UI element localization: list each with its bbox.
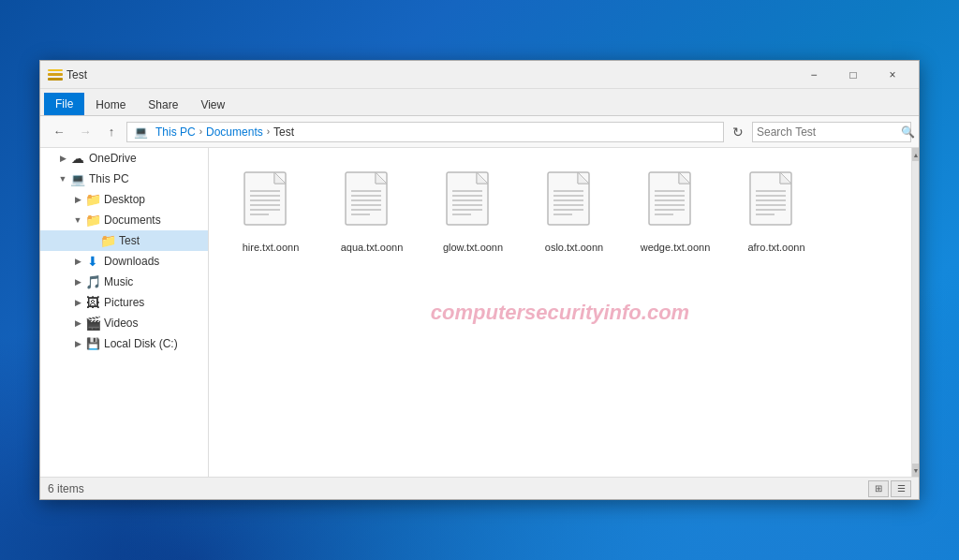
file-icon [645, 170, 705, 238]
file-area: computersecurityinfo.com [209, 148, 911, 477]
file-name: oslo.txt.oonn [545, 242, 603, 253]
sidebar-label-desktop: Desktop [104, 193, 145, 206]
file-grid: hire.txt.oonn aqua.txt.oo [209, 148, 911, 477]
localdisk-icon: 💾 [85, 336, 100, 351]
ribbon-tabs: File Home Share View [40, 89, 919, 115]
sidebar-item-thispc[interactable]: ▼ 💻 This PC [40, 169, 208, 189]
forward-button[interactable]: → [74, 121, 96, 143]
sidebar-label-music: Music [104, 275, 133, 288]
thispc-icon: 💻 [70, 171, 85, 186]
window-controls: − □ × [795, 63, 911, 87]
tab-file[interactable]: File [44, 93, 84, 115]
sidebar-label-test: Test [119, 234, 140, 247]
videos-icon: 🎬 [85, 316, 100, 331]
breadcrumb-sep-2: › [267, 126, 270, 137]
desktop-icon: 📁 [85, 192, 100, 207]
sidebar-item-videos[interactable]: ▶ 🎬 Videos [40, 313, 208, 333]
file-icon [544, 170, 604, 238]
file-icon [342, 170, 402, 238]
sidebar-item-onedrive[interactable]: ▶ ☁ OneDrive [40, 148, 208, 169]
breadcrumb-sep-1: › [199, 126, 202, 137]
expand-arrow-localdisk: ▶ [70, 336, 85, 351]
file-icon [241, 170, 301, 238]
expand-arrow-desktop: ▶ [70, 192, 85, 207]
title-bar: Test − □ × [40, 61, 919, 89]
sidebar-item-pictures[interactable]: ▶ 🖼 Pictures [40, 292, 208, 313]
expand-arrow-pictures: ▶ [70, 295, 85, 310]
expand-arrow-thispc: ▼ [55, 171, 70, 186]
file-name: aqua.txt.oonn [341, 242, 404, 253]
sidebar-label-localdisk: Local Disk (C:) [104, 337, 178, 350]
window-icon [48, 69, 63, 81]
file-item[interactable]: glow.txt.oonn [426, 163, 520, 260]
breadcrumb-bar[interactable]: 💻 This PC › Documents › Test [126, 122, 724, 142]
downloads-icon: ⬇ [85, 254, 100, 269]
documents-icon: 📁 [85, 213, 100, 228]
file-name: hire.txt.oonn [243, 242, 300, 253]
file-name: glow.txt.oonn [443, 242, 503, 253]
tab-home[interactable]: Home [84, 95, 137, 115]
file-item[interactable]: afro.txt.oonn [730, 163, 823, 260]
music-icon: 🎵 [85, 274, 100, 289]
window-title: Test [66, 68, 795, 81]
file-item[interactable]: wedge.txt.oonn [628, 163, 722, 260]
sidebar-item-downloads[interactable]: ▶ ⬇ Downloads [40, 251, 208, 272]
maximize-button[interactable]: □ [834, 63, 872, 87]
sidebar-scrollbar[interactable]: ▲ ▼ [911, 148, 919, 477]
ribbon: File Home Share View [40, 89, 919, 116]
pictures-icon: 🖼 [85, 295, 100, 310]
tab-view[interactable]: View [189, 95, 236, 115]
minimize-button[interactable]: − [795, 63, 833, 87]
expand-arrow-onedrive: ▶ [55, 151, 70, 166]
refresh-button[interactable]: ↻ [728, 122, 748, 142]
search-icon[interactable]: 🔍 [901, 125, 915, 139]
status-bar: 6 items ⊞ ☰ [40, 477, 919, 499]
breadcrumb-documents[interactable]: Documents [206, 125, 263, 139]
test-folder-icon: 📁 [100, 233, 115, 248]
file-item[interactable]: aqua.txt.oonn [325, 163, 419, 260]
file-name: wedge.txt.oonn [641, 242, 711, 253]
back-button[interactable]: ← [48, 121, 70, 143]
onedrive-icon: ☁ [70, 151, 85, 166]
file-icon [746, 170, 806, 238]
file-name: afro.txt.oonn [747, 242, 804, 253]
view-buttons: ⊞ ☰ [868, 480, 911, 497]
sidebar-label-videos: Videos [104, 317, 138, 330]
close-button[interactable]: × [874, 63, 911, 87]
file-item[interactable]: hire.txt.oonn [224, 163, 317, 260]
sidebar-label-pictures: Pictures [104, 296, 144, 309]
expand-arrow-test [85, 233, 100, 248]
large-icons-btn[interactable]: ⊞ [868, 480, 889, 497]
expand-arrow-music: ▶ [70, 274, 85, 289]
computer-icon: 💻 [133, 125, 148, 140]
sidebar-item-localdisk[interactable]: ▶ 💾 Local Disk (C:) [40, 333, 208, 354]
sidebar-item-desktop[interactable]: ▶ 📁 Desktop [40, 189, 208, 210]
sidebar-label-documents: Documents [104, 214, 161, 227]
sidebar-item-music[interactable]: ▶ 🎵 Music [40, 272, 208, 292]
expand-arrow-documents: ▼ [70, 213, 85, 228]
sidebar-item-test[interactable]: 📁 Test [40, 230, 208, 251]
expand-arrow-videos: ▶ [70, 316, 85, 331]
file-icon [443, 170, 503, 238]
sidebar: ▶ ☁ OneDrive ▼ 💻 This PC ▶ 📁 Desktop ▼ 📁… [40, 148, 209, 477]
tab-share[interactable]: Share [137, 95, 189, 115]
search-input[interactable] [757, 125, 897, 139]
sidebar-label-downloads: Downloads [104, 255, 159, 268]
expand-arrow-downloads: ▶ [70, 254, 85, 269]
sidebar-label-thispc: This PC [89, 172, 129, 185]
up-button[interactable]: ↑ [100, 121, 123, 143]
address-bar: ← → ↑ 💻 This PC › Documents › Test ↻ 🔍 [40, 116, 919, 148]
breadcrumb-thispc[interactable]: This PC [155, 125, 196, 139]
main-area: ▶ ☁ OneDrive ▼ 💻 This PC ▶ 📁 Desktop ▼ 📁… [40, 148, 919, 477]
search-bar[interactable]: 🔍 [752, 122, 911, 142]
sidebar-label-onedrive: OneDrive [89, 152, 137, 165]
sidebar-item-documents[interactable]: ▼ 📁 Documents [40, 210, 208, 230]
file-item[interactable]: oslo.txt.oonn [527, 163, 621, 260]
explorer-window: Test − □ × File Home Share View ← → ↑ 💻 … [39, 60, 920, 500]
item-count: 6 items [48, 482, 84, 495]
details-btn[interactable]: ☰ [891, 480, 911, 497]
breadcrumb-test: Test [273, 125, 294, 139]
